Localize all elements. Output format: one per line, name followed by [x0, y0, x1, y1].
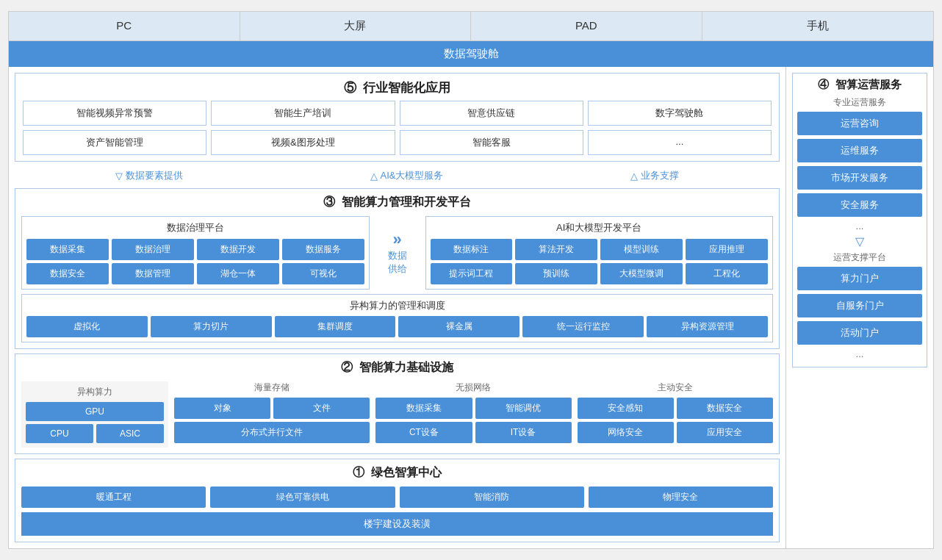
- obj-btn: 对象: [174, 398, 270, 419]
- dg-item: 数据服务: [282, 239, 364, 260]
- arrow-up-icon2: [630, 170, 638, 182]
- hetero-item: 虚拟化: [26, 316, 148, 337]
- infra-hetero: 异构算力 GPU CPU ASIC: [21, 381, 168, 448]
- tab-daping[interactable]: 大屏: [240, 12, 472, 40]
- data-gov-items: 数据采集 数据治理 数据开发 数据服务 数据安全 数据管理 湖仓一体 可视化: [26, 239, 364, 284]
- infra-security: 主动安全 安全感知 数据安全 网络安全 应用安全: [578, 381, 773, 448]
- physical-sec-btn: 物理安全: [589, 487, 773, 508]
- app-item: 视频&图形处理: [211, 130, 395, 155]
- hetero-title: 异构算力的管理和调度: [26, 299, 768, 312]
- storage-title: 海量存储: [174, 381, 370, 394]
- file-btn: 文件: [273, 398, 370, 419]
- arrow-up-icon: [370, 170, 378, 182]
- left-area: ⑤ 行业智能化应用 智能视频异常预警 智能生产培训 智意供应链 数字驾驶舱 资产…: [9, 67, 786, 548]
- main-container: PC 大屏 PAD 手机 数据驾驶舱 ⑤ 行业智能化应用 智能视频异常预警 智能…: [8, 11, 934, 549]
- hetero-item: 集群调度: [275, 316, 396, 337]
- section5-grid: 智能视频异常预警 智能生产培训 智意供应链 数字驾驶舱 资产智能管理 视频&图形…: [15, 101, 779, 161]
- heating-btn: 暖通工程: [21, 487, 206, 508]
- asic-btn: ASIC: [96, 424, 164, 443]
- app-item: 资产智能管理: [23, 130, 206, 155]
- section1: ① 绿色智算中心 暖通工程 绿色可靠供电 智能消防 物理安全 楼宇建设及装潢: [15, 459, 780, 542]
- hetero-compute: 异构算力的管理和调度 虚拟化 算力切片 集群调度 裸金属 统一运行监控 异构资源…: [21, 294, 773, 342]
- section1-items: 暖通工程 绿色可靠供电 智能消防 物理安全: [21, 487, 773, 508]
- dg-item: 数据管理: [112, 263, 194, 284]
- arrow-row: 数据要素提供 AI&大模型服务 业务支撑: [15, 166, 780, 185]
- self-portal-btn: 自服务门户: [797, 294, 922, 317]
- network-items: 数据采集 智能调优 CT设备 IT设备: [375, 398, 571, 443]
- section4-label: 智算运营服务: [835, 78, 902, 90]
- section1-footer: 楼宇建设及装潢: [21, 512, 773, 536]
- hetero-group-title: 异构算力: [26, 386, 164, 398]
- section3-top: 数据治理平台 数据采集 数据治理 数据开发 数据服务 数据安全 数据管理 湖仓一…: [21, 216, 773, 290]
- tab-pad[interactable]: PAD: [471, 12, 702, 40]
- hetero-group-items: GPU CPU ASIC: [26, 402, 164, 443]
- ai-item: 提示词工程: [431, 263, 513, 284]
- section3-num: ③: [323, 195, 335, 208]
- dg-item: 数据治理: [112, 239, 194, 260]
- hetero-item: 算力切片: [151, 316, 272, 337]
- ai-item: 模型训练: [600, 239, 683, 260]
- section2-title: ② 智能算力基础设施: [21, 360, 773, 376]
- network-title: 无损网络: [375, 381, 571, 394]
- app-item: 智能生产培训: [211, 101, 395, 126]
- ai-platform-items: 数据标注 算法开发 模型训练 应用推理 提示词工程 预训练 大模型微调 工程化: [431, 239, 769, 284]
- ai-item: 算法开发: [515, 239, 597, 260]
- ai-item: 预训练: [515, 263, 597, 284]
- hetero-item: 统一运行监控: [522, 316, 644, 337]
- infra-storage: 海量存储 对象 文件 分布式并行文件: [174, 381, 370, 448]
- data-sec-btn: 数据安全: [677, 398, 773, 419]
- right-sidebar: ④ 智算运营服务 专业运营服务 运营咨询 运维服务 市场开发服务 安全服务 ..…: [786, 67, 933, 548]
- activity-portal-btn: 活动门户: [797, 321, 922, 345]
- dg-item: 数据采集: [26, 239, 109, 260]
- hetero-item: 裸金属: [398, 316, 519, 337]
- security-title: 主动安全: [578, 381, 773, 394]
- gpu-btn: GPU: [26, 402, 164, 421]
- storage-items: 对象 文件 分布式并行文件: [174, 398, 370, 443]
- app-item: 数字驾驶舱: [588, 101, 772, 126]
- ops-maintain-btn: 运维服务: [797, 139, 922, 162]
- hetero-items: 虚拟化 算力切片 集群调度 裸金属 统一运行监控 异构资源管理: [26, 316, 768, 337]
- arrow-biz-label: 业务支撑: [641, 169, 679, 182]
- net-sec-btn: 网络安全: [578, 422, 674, 443]
- content-area: ⑤ 行业智能化应用 智能视频异常预警 智能生产培训 智意供应链 数字驾驶舱 资产…: [9, 67, 933, 548]
- arrow-data-label: 数据要素提供: [126, 169, 183, 182]
- arrow-data: 数据要素提供: [115, 169, 183, 182]
- sidebar-section4: ④ 智算运营服务 专业运营服务 运营咨询 运维服务 市场开发服务 安全服务 ..…: [792, 73, 927, 367]
- app-item: 智意供应链: [400, 101, 583, 126]
- dg-item: 湖仓一体: [197, 263, 279, 284]
- section5-num: ⑤: [344, 81, 356, 95]
- device-tabs: PC 大屏 PAD 手机: [9, 12, 933, 41]
- pro-ops-subtitle: 专业运营服务: [797, 96, 922, 109]
- dist-file-btn: 分布式并行文件: [174, 422, 370, 443]
- section3-title: ③ 智能算力管理和开发平台: [21, 195, 773, 210]
- app-item: 智能视频异常预警: [23, 101, 206, 126]
- fire-btn: 智能消防: [400, 487, 584, 508]
- tab-pc[interactable]: PC: [9, 12, 240, 40]
- ops-platform-subtitle: 运营支撑平台: [797, 251, 922, 264]
- ai-item: 大模型微调: [600, 263, 683, 284]
- ai-item: 工程化: [686, 263, 768, 284]
- data-supply-arrow: » 数据 供给: [375, 216, 420, 290]
- sidebar-arrow-icon: ▽: [797, 234, 922, 248]
- hetero-item: 异构资源管理: [647, 316, 768, 337]
- section1-num: ①: [353, 466, 364, 478]
- app-sec-btn: 应用安全: [677, 422, 773, 443]
- prof-ops-dots: ...: [797, 220, 922, 231]
- data-supply-label: 数据 供给: [388, 249, 407, 276]
- section5: ⑤ 行业智能化应用 智能视频异常预警 智能生产培训 智意供应链 数字驾驶舱 资产…: [15, 73, 780, 162]
- dg-item: 数据安全: [26, 263, 109, 284]
- section3: ③ 智能算力管理和开发平台 数据治理平台 数据采集 数据治理 数据开发 数据服务…: [15, 188, 780, 349]
- section2-content: 异构算力 GPU CPU ASIC 海量: [21, 381, 773, 448]
- ai-item: 数据标注: [431, 239, 513, 260]
- compute-portal-btn: 算力门户: [797, 267, 922, 290]
- app-item: ...: [588, 130, 772, 155]
- market-dev-btn: 市场开发服务: [797, 166, 922, 190]
- arrow-ai: AI&大模型服务: [370, 169, 444, 182]
- ct-btn: CT设备: [375, 422, 472, 443]
- data-cockpit-banner: 数据驾驶舱: [9, 41, 933, 67]
- tab-phone[interactable]: 手机: [702, 12, 934, 40]
- security-items: 安全感知 数据安全 网络安全 应用安全: [578, 398, 773, 443]
- ai-item: 应用推理: [686, 239, 768, 260]
- arrow-down-icon: [115, 170, 123, 182]
- power-btn: 绿色可靠供电: [210, 487, 395, 508]
